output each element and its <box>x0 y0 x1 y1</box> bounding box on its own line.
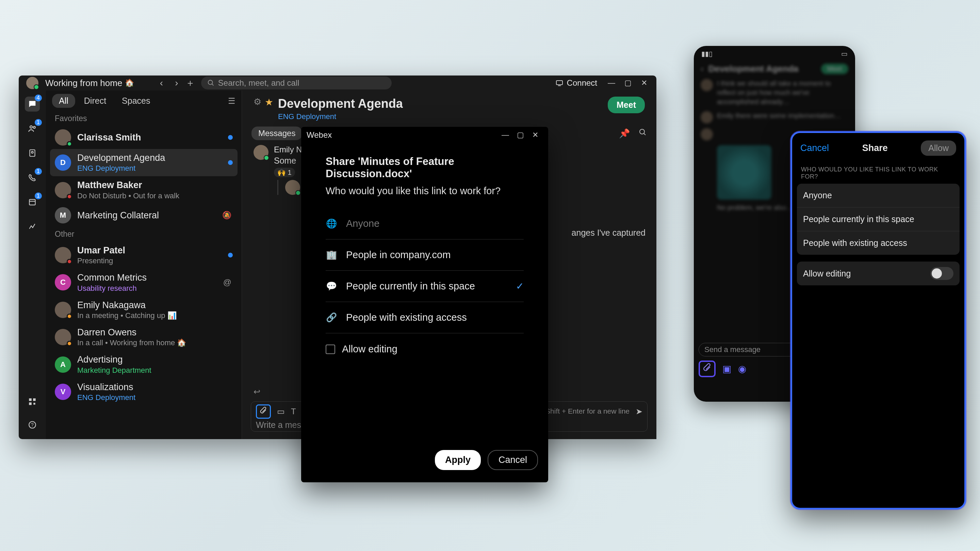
window-controls: — ▢ ✕ <box>604 77 652 89</box>
item-name: Visualizations <box>77 382 233 392</box>
send-icon[interactable]: ➤ <box>636 407 643 416</box>
filter-direct[interactable]: Direct <box>77 94 113 108</box>
paperclip-icon <box>703 363 711 372</box>
reaction-badge[interactable]: 🙌 1 <box>274 168 295 177</box>
sheet-allow-editing-row[interactable]: Allow editing <box>797 262 959 285</box>
space-item[interactable]: DDevelopment AgendaENG Deployment <box>50 149 237 176</box>
rail-teams[interactable]: 1 <box>25 121 40 136</box>
filter-tabs: All Direct Spaces ☰ <box>46 91 242 111</box>
maximize-button[interactable]: ▢ <box>620 77 635 89</box>
space-item[interactable]: Umar PatelPresenting <box>46 241 242 269</box>
space-item[interactable]: Matthew BakerDo Not Disturb • Out for a … <box>46 176 242 203</box>
share-dialog: Webex — ▢ ✕ Share 'Minutes of Feature Di… <box>301 127 548 482</box>
spaces-sidebar: All Direct Spaces ☰ Favorites Clarissa S… <box>46 91 242 439</box>
tab-messages[interactable]: Messages <box>251 127 302 140</box>
filter-menu-icon[interactable]: ☰ <box>228 96 235 106</box>
item-name: Emily Nakagawa <box>77 300 233 311</box>
mobile-attach-button[interactable] <box>698 360 716 377</box>
item-name: Darren Owens <box>77 327 233 338</box>
mobile-share-sheet: Cancel Share Allow Who would you like th… <box>791 131 966 510</box>
reply-icon[interactable]: ↩ <box>253 387 260 397</box>
unread-dot <box>228 160 233 165</box>
toggle-switch[interactable] <box>930 267 953 280</box>
sheet-option[interactable]: People with existing access <box>797 231 959 255</box>
favorite-star-icon[interactable]: ★ <box>265 97 273 108</box>
space-item[interactable]: VVisualizationsENG Deployment <box>46 378 242 405</box>
mobile-meet-button[interactable]: Meet <box>821 64 848 74</box>
svg-line-1 <box>212 84 214 86</box>
space-list: Clarissa SmithDDevelopment AgendaENG Dep… <box>46 126 242 439</box>
forward-button[interactable]: › <box>170 76 183 90</box>
sheet-cancel[interactable]: Cancel <box>800 143 829 153</box>
filter-spaces[interactable]: Spaces <box>115 94 157 108</box>
space-item[interactable]: CCommon MetricsUsability research@ <box>46 269 242 296</box>
item-subtitle: Usability research <box>77 284 217 293</box>
space-item[interactable]: AAdvertisingMarketing Department <box>46 351 242 378</box>
space-item[interactable]: Emily NakagawaIn a meeting • Catching up… <box>46 296 242 324</box>
share-option[interactable]: 🏢People in company.com <box>326 240 524 271</box>
rail-help[interactable]: ? <box>25 417 40 432</box>
rail-messaging[interactable]: 4 <box>25 97 40 111</box>
mobile-back-icon[interactable]: ‹ <box>701 64 704 74</box>
space-item[interactable]: MMarketing Collateral🔕 <box>46 204 242 227</box>
svg-line-17 <box>644 133 646 135</box>
back-button[interactable]: ‹ <box>154 76 168 90</box>
checkbox-icon[interactable] <box>326 345 335 354</box>
meet-button[interactable]: Meet <box>608 97 645 113</box>
svg-rect-10 <box>29 398 32 401</box>
apply-button[interactable]: Apply <box>435 450 481 470</box>
screen-capture-icon[interactable]: ▭ <box>277 407 285 416</box>
cancel-button[interactable]: Cancel <box>488 450 538 470</box>
filter-all[interactable]: All <box>52 94 75 108</box>
sheet-option[interactable]: People currently in this space <box>797 208 959 231</box>
signal-icon: ▮▮▯ <box>701 50 713 58</box>
rail-apps[interactable] <box>25 394 40 409</box>
rail-meetings[interactable]: 1 <box>25 195 40 210</box>
space-title: Development Agenda <box>278 97 403 111</box>
mobile-image-attachment <box>717 145 772 200</box>
sender-avatar[interactable] <box>253 145 269 160</box>
sheet-allow-button[interactable]: Allow <box>921 140 956 156</box>
close-button[interactable]: ✕ <box>637 77 652 89</box>
new-button[interactable]: ＋ <box>183 76 197 90</box>
svg-point-4 <box>30 126 32 128</box>
rail-calling[interactable]: 1 <box>25 170 40 185</box>
share-option-label: People in company.com <box>346 249 524 260</box>
item-avatar: D <box>55 154 71 171</box>
svg-point-5 <box>33 127 35 129</box>
muted-icon: 🔕 <box>222 211 231 220</box>
item-subtitle: ENG Deployment <box>77 164 222 173</box>
mobile-camera-icon[interactable]: ◉ <box>738 363 746 375</box>
space-settings-icon[interactable]: ⚙ <box>253 97 261 107</box>
dialog-titlebar: Webex — ▢ ✕ <box>301 127 548 143</box>
rail-contacts[interactable] <box>25 146 40 160</box>
rail-analytics[interactable] <box>25 219 40 234</box>
allow-editing-label: Allow editing <box>342 343 398 355</box>
space-item[interactable]: Darren OwensIn a call • Working from hom… <box>46 324 242 351</box>
user-avatar[interactable] <box>26 77 38 89</box>
format-icon[interactable]: T <box>291 407 296 416</box>
attach-button[interactable] <box>256 404 271 419</box>
space-item[interactable]: Clarissa Smith <box>46 126 242 149</box>
dialog-maximize[interactable]: ▢ <box>513 129 528 141</box>
dialog-minimize[interactable]: — <box>498 129 513 141</box>
connect-button[interactable]: Connect <box>555 78 597 88</box>
share-option[interactable]: 🌐Anyone <box>326 208 524 240</box>
reply-avatar[interactable] <box>285 180 300 195</box>
share-option[interactable]: 💬People currently in this space✓ <box>326 271 524 302</box>
search-in-space-icon[interactable] <box>639 128 647 139</box>
pin-icon[interactable]: 📌 <box>619 128 630 139</box>
item-avatar <box>55 302 71 318</box>
presence-status[interactable]: Working from home <box>45 78 122 89</box>
mobile-image-icon[interactable]: ▣ <box>722 363 731 375</box>
minimize-button[interactable]: — <box>604 77 619 89</box>
mention-icon: @ <box>223 278 231 287</box>
sheet-option[interactable]: Anyone <box>797 184 959 208</box>
allow-editing-row[interactable]: Allow editing <box>326 343 524 355</box>
mobile-compose-placeholder: Send a message <box>705 345 760 354</box>
share-option[interactable]: 🔗People with existing access <box>326 302 524 333</box>
dialog-close[interactable]: ✕ <box>528 129 543 141</box>
item-name: Clarissa Smith <box>77 132 222 143</box>
space-team[interactable]: ENG Deployment <box>278 112 403 121</box>
search-input[interactable]: Search, meet, and call <box>201 76 392 89</box>
